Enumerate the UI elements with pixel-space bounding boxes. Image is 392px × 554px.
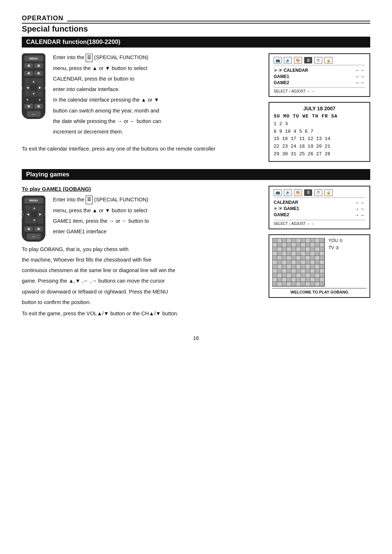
cal-inst-5: In the calendar interface pressing the ▲… bbox=[53, 96, 161, 104]
cal-inst-8: increment or decrement them. bbox=[53, 128, 161, 136]
g-timer-icon: ⏱ bbox=[314, 189, 322, 196]
dpad2-right: ▶ bbox=[37, 212, 43, 217]
dpad2-down: ▼ bbox=[31, 218, 37, 223]
cal-row1: 1 2 3 bbox=[274, 120, 365, 128]
g-color-icon: 🎨 bbox=[294, 189, 302, 196]
games-btn3: — bbox=[27, 234, 41, 239]
lock-icon-box: 🔒 bbox=[324, 57, 332, 63]
remote-btn6: ▤ bbox=[34, 104, 43, 109]
cal-inst-3: CALENDAR, press the or button to bbox=[53, 75, 161, 83]
vol-down2: ▼ bbox=[20, 216, 23, 219]
select-adjust-text: SELECT ↕ ADJUST → ← bbox=[274, 89, 315, 93]
games-btn2: ▤ bbox=[34, 226, 43, 231]
special-fn-icon2: ☰ bbox=[86, 196, 93, 204]
gobang-welcome: WELCOME TO PLAY GOBANG bbox=[272, 288, 367, 294]
calendar-row: ☞ ☞ CALENDAR → ← bbox=[274, 67, 365, 73]
game1-row: GAME1 → ← bbox=[274, 74, 365, 79]
ch-down: ▼ bbox=[38, 98, 41, 102]
g-calendar-arrows: → ← bbox=[354, 200, 365, 205]
calendar-section-bar: CALENDAR function(1800-2200) bbox=[22, 37, 370, 48]
dpad2-e4 bbox=[37, 218, 43, 223]
remote-btn5: ▤ bbox=[24, 104, 33, 109]
gobang-remote-area: MENU ▲ VOL ▼ ▲ ◀ bbox=[22, 196, 258, 242]
gobang-legend: YOU ① TV ② bbox=[327, 238, 343, 250]
gobang-board-grid: .gcell { width:13px; height:12px; backgr… bbox=[272, 238, 325, 287]
you-label: YOU ① bbox=[328, 238, 343, 243]
vol-down: ▼ bbox=[26, 98, 29, 102]
game1-arrows: → ← bbox=[354, 74, 365, 79]
dpad-empty2 bbox=[37, 78, 43, 84]
gobang-panel: .gcell { width:13px; height:12px; backgr… bbox=[269, 234, 370, 298]
calendar-section-content: MENU ▤ ▤ ▤ ▤ ▲ ▲ bbox=[22, 53, 370, 162]
remote-games: MENU ▲ VOL ▼ ▲ ◀ bbox=[22, 196, 47, 242]
color-icon-box: 🎨 bbox=[294, 57, 302, 63]
g-special-icon: ☰ bbox=[304, 189, 312, 196]
tv-label: TV ② bbox=[328, 245, 343, 250]
game1-label: GAME1 bbox=[274, 74, 289, 79]
sound-icon-box: 🔊 bbox=[284, 57, 292, 63]
dpad2-ctr bbox=[31, 212, 37, 217]
game-inst-3: GAME1 item, press the → or ← button to bbox=[53, 217, 149, 225]
timer-icon-box: ⏱ bbox=[314, 57, 322, 63]
menu-btn2: MENU bbox=[24, 198, 43, 204]
vol-label2: VOL bbox=[19, 213, 24, 216]
tv-icon-box: 📺 bbox=[274, 57, 282, 63]
g-lock-icon: 🔒 bbox=[324, 189, 332, 196]
operation-line bbox=[67, 21, 370, 21]
games-right-col: 📺 🔊 🎨 ☰ ⏱ 🔒 CALENDAR → ← ☞ ☞ GAME1 bbox=[269, 186, 370, 321]
game-exit-text: To exit the game, press the VOL▲/▼ butto… bbox=[22, 309, 258, 318]
g-game2-label: GAME2 bbox=[274, 212, 289, 217]
cal-inst-1: Enter into the ☰ (SPECIAL FUNCTION) bbox=[53, 53, 161, 62]
vol-up2: ▲ bbox=[20, 209, 23, 213]
remote-btn2: ▤ bbox=[34, 63, 43, 68]
calendar-date-title: JULY 18 2007 bbox=[274, 106, 365, 111]
games-btn1: ▤ bbox=[24, 226, 33, 231]
g-calendar-label: CALENDAR bbox=[274, 200, 298, 205]
ch-label: ▲ bbox=[44, 86, 48, 89]
dpad2-left: ◀ bbox=[25, 212, 31, 217]
game2-label: GAME2 bbox=[274, 80, 289, 85]
gobang-p3: continuous chessmen at the same line or … bbox=[22, 266, 258, 275]
playing-games-section: Playing games To play GAME1 (GOBANG) MEN… bbox=[22, 169, 370, 321]
games-panel-icons: 📺 🔊 🎨 ☰ ⏱ 🔒 bbox=[274, 189, 365, 198]
remote-btn1: ▤ bbox=[24, 63, 33, 68]
games-menu-panel: 📺 🔊 🎨 ☰ ⏱ 🔒 CALENDAR → ← ☞ ☞ GAME1 bbox=[269, 186, 370, 229]
cal-inst-7: the date while pressing the → or ← butto… bbox=[53, 117, 161, 126]
calendar-grid: SU MO TU WE TH FR SA 1 2 3 8 9 10 4 5 6 … bbox=[274, 113, 365, 158]
remote-games-body: MENU ▲ VOL ▼ ▲ ◀ bbox=[22, 196, 45, 242]
calendar-right-col: 📺 🔊 🎨 ☰ ⏱ 🔒 ☞ ☞ CALENDAR → ← GAME1 → ← G… bbox=[269, 53, 370, 162]
cal-row3: 15 16 17 11 12 13 14 bbox=[274, 135, 365, 143]
calendar-remote-area: MENU ▤ ▤ ▤ ▤ ▲ ▲ bbox=[22, 53, 258, 141]
dpad-empty1 bbox=[25, 78, 30, 84]
operation-title: OPERATION bbox=[22, 15, 64, 23]
cal-inst-4: enter into calendar interface. bbox=[53, 85, 161, 94]
gobang-p6: button to confirm the position. bbox=[22, 298, 258, 307]
remote-btn4: ▤ bbox=[34, 71, 43, 76]
remote-btn7: — bbox=[27, 111, 41, 117]
playing-games-bar: Playing games bbox=[22, 169, 370, 180]
games-game2-row: GAME2 → ← bbox=[274, 212, 365, 218]
calendar-arrows: → ← bbox=[354, 67, 365, 73]
game-inst-2: menu, press the ▲ or ▼ button to select bbox=[53, 206, 149, 215]
g-select-adjust: SELECT ↕ ADJUST → ← bbox=[274, 222, 315, 226]
ch-up2: ▲ bbox=[45, 209, 48, 213]
ch-down2: ▼ bbox=[45, 216, 48, 219]
dpad-down: ▼ bbox=[31, 91, 37, 97]
cursor-indicator: ☞ bbox=[274, 68, 278, 73]
gobang-p2: the machine, Whoever first fills the che… bbox=[22, 256, 258, 264]
dpad2: ▲ ◀ ▶ ▼ bbox=[25, 205, 43, 223]
gobang-instructions: Enter into the ☰ (SPECIAL FUNCTION) menu… bbox=[53, 196, 149, 238]
g-sound-icon: 🔊 bbox=[284, 189, 292, 196]
gobang-board-container: .gcell { width:13px; height:12px; backgr… bbox=[272, 238, 325, 287]
dpad: ▲ ◀ ▶ ▼ bbox=[25, 78, 43, 97]
special-functions-title: Special functions bbox=[22, 24, 370, 34]
games-game1-row: ☞ ☞ GAME1 → ← bbox=[274, 206, 365, 212]
game-inst-1: Enter into the ☰ (SPECIAL FUNCTION) bbox=[53, 196, 149, 204]
gobang-subtitle: To play GAME1 (GOBANG) bbox=[22, 186, 258, 192]
dpad-center bbox=[31, 85, 37, 90]
vol-label: ▲ bbox=[20, 86, 24, 89]
dpad-empty4 bbox=[37, 91, 43, 97]
cal-row2: 8 9 10 4 5 6 7 bbox=[274, 128, 365, 136]
panel-footer: SELECT ↕ ADJUST → ← bbox=[274, 87, 365, 93]
games-calendar-row: CALENDAR → ← bbox=[274, 200, 365, 205]
